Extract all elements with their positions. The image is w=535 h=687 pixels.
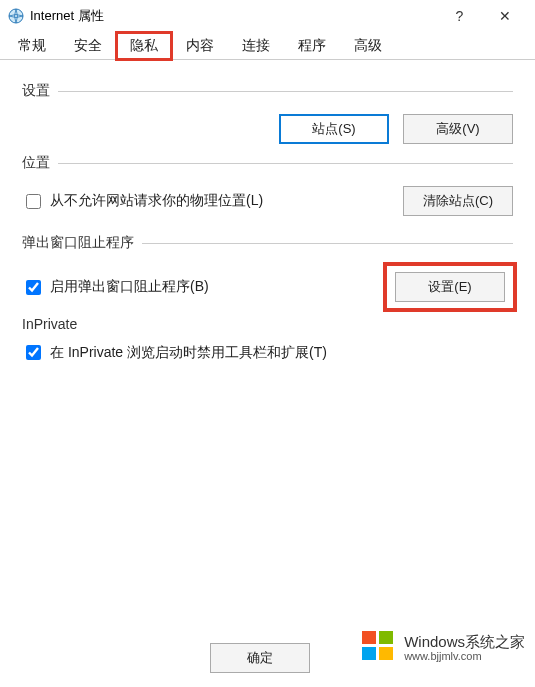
titlebar: Internet 属性 ? ✕: [0, 0, 535, 32]
watermark-text: Windows系统之家 www.bjjmlv.com: [404, 633, 525, 663]
never-allow-location-checkbox[interactable]: [26, 194, 41, 209]
checkbox-label: 从不允许网站请求你的物理位置(L): [50, 192, 263, 210]
popup-checkbox-row[interactable]: 启用弹出窗口阻止程序(B): [22, 277, 209, 298]
help-icon: ?: [456, 8, 464, 24]
svg-point-0: [9, 9, 23, 23]
divider: [58, 163, 513, 164]
tab-label: 内容: [186, 37, 214, 53]
button-label: 清除站点(C): [423, 192, 493, 210]
svg-rect-4: [379, 647, 393, 660]
button-label: 站点(S): [312, 120, 355, 138]
svg-rect-2: [379, 631, 393, 644]
divider: [142, 243, 513, 244]
watermark: Windows系统之家 www.bjjmlv.com: [360, 628, 525, 667]
svg-rect-3: [362, 647, 376, 660]
tab-strip: 常规 安全 隐私 内容 连接 程序 高级: [0, 32, 535, 60]
clear-sites-button[interactable]: 清除站点(C): [403, 186, 513, 216]
ok-button[interactable]: 确定: [210, 643, 310, 673]
enable-popup-blocker-checkbox[interactable]: [26, 280, 41, 295]
tab-label: 高级: [354, 37, 382, 53]
tab-label: 连接: [242, 37, 270, 53]
sites-button[interactable]: 站点(S): [279, 114, 389, 144]
watermark-brand: Windows: [404, 633, 465, 650]
tab-label: 程序: [298, 37, 326, 53]
tab-content[interactable]: 内容: [172, 32, 228, 60]
svg-rect-1: [362, 631, 376, 644]
watermark-cn: 系统之家: [465, 633, 525, 650]
disable-toolbars-inprivate-checkbox[interactable]: [26, 345, 41, 360]
inprivate-checkbox-row[interactable]: 在 InPrivate 浏览启动时禁用工具栏和扩展(T): [22, 342, 513, 363]
group-settings-header: 设置: [22, 82, 513, 100]
close-icon: ✕: [499, 8, 511, 24]
group-popup-label: 弹出窗口阻止程序: [22, 234, 142, 252]
tab-label: 安全: [74, 37, 102, 53]
watermark-url: www.bjjmlv.com: [404, 650, 525, 663]
location-checkbox-row[interactable]: 从不允许网站请求你的物理位置(L): [22, 191, 263, 212]
highlight-box: 设置(E): [387, 266, 513, 308]
dialog-button-row: 确定: [210, 643, 310, 673]
tab-label: 常规: [18, 37, 46, 53]
advanced-button[interactable]: 高级(V): [403, 114, 513, 144]
close-button[interactable]: ✕: [482, 1, 527, 31]
group-settings-label: 设置: [22, 82, 58, 100]
group-inprivate-header: InPrivate: [22, 316, 513, 332]
internet-options-icon: [8, 8, 24, 24]
group-inprivate-label: InPrivate: [22, 316, 85, 332]
tab-connections[interactable]: 连接: [228, 32, 284, 60]
location-row: 从不允许网站请求你的物理位置(L) 清除站点(C): [22, 186, 513, 216]
help-button[interactable]: ?: [437, 1, 482, 31]
tab-programs[interactable]: 程序: [284, 32, 340, 60]
popup-settings-button[interactable]: 设置(E): [395, 272, 505, 302]
popup-row: 启用弹出窗口阻止程序(B) 设置(E): [22, 266, 513, 308]
tab-privacy[interactable]: 隐私: [116, 32, 172, 60]
tab-label: 隐私: [130, 37, 158, 53]
tab-general[interactable]: 常规: [4, 32, 60, 60]
group-location-label: 位置: [22, 154, 58, 172]
group-popup-header: 弹出窗口阻止程序: [22, 234, 513, 252]
window-title: Internet 属性: [30, 7, 104, 25]
tab-security[interactable]: 安全: [60, 32, 116, 60]
button-label: 高级(V): [436, 120, 479, 138]
tab-panel-privacy: 设置 站点(S) 高级(V) 位置 从不允许网站请求你的物理位置(L) 清除站点…: [0, 60, 535, 363]
group-location-header: 位置: [22, 154, 513, 172]
divider: [58, 91, 513, 92]
button-label: 设置(E): [428, 278, 471, 296]
button-label: 确定: [247, 649, 273, 667]
windows-logo-icon: [360, 628, 396, 667]
settings-button-row: 站点(S) 高级(V): [22, 114, 513, 144]
tab-advanced[interactable]: 高级: [340, 32, 396, 60]
checkbox-label: 在 InPrivate 浏览启动时禁用工具栏和扩展(T): [50, 344, 327, 362]
checkbox-label: 启用弹出窗口阻止程序(B): [50, 278, 209, 296]
